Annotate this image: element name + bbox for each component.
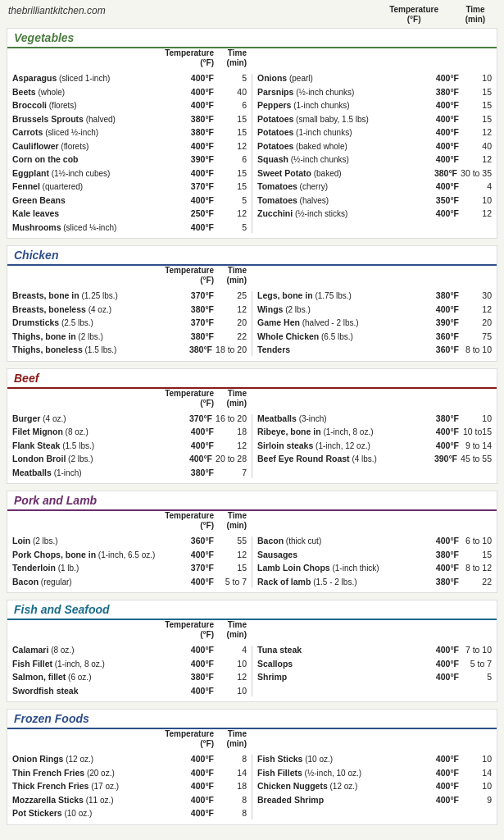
- item-detail: (small baby, 1.5 lbs): [293, 115, 369, 124]
- food-row: Sirloin steaks (1-inch, 12 oz.)400°F9 to…: [257, 440, 492, 453]
- food-name: Tenderloin (1 lb.): [12, 562, 181, 575]
- item-detail: (4 oz.): [40, 414, 66, 423]
- food-row: Brussels Sprouts (halved)380°F15: [12, 113, 247, 126]
- food-name: Peppers (1-inch chunks): [257, 99, 426, 112]
- food-name: Carrots (sliced ½-inch): [12, 126, 181, 139]
- food-name: Fish Sticks (10 oz.): [257, 753, 426, 766]
- food-row: Potatoes (1-inch chunks)400°F12: [257, 126, 492, 139]
- item-name: Mushrooms: [12, 222, 61, 232]
- food-temp: 370°F: [181, 317, 217, 329]
- item-name: Tenderloin: [12, 563, 56, 573]
- food-row: Green Beans400°F5: [12, 194, 247, 208]
- food-temp: 400°F: [426, 72, 462, 84]
- food-time: 12: [217, 304, 247, 316]
- food-name: Potatoes (small baby, 1.5 lbs): [257, 113, 426, 126]
- food-time: 20: [462, 317, 492, 329]
- food-name: Calamari (8 oz.): [12, 644, 181, 657]
- food-row: Fennel (quartered)370°F15: [12, 180, 247, 194]
- item-name: Tuna steak: [257, 645, 302, 655]
- food-temp: 400°F: [181, 753, 217, 765]
- item-detail: (1.5 lbs.): [83, 345, 117, 354]
- food-row: Tenders360°F8 to 10: [257, 344, 492, 357]
- right-col-fish: Tuna steak400°F7 to 10Scallops400°F5 to …: [252, 644, 497, 698]
- food-temp: 400°F: [181, 780, 217, 792]
- item-name: Bacon: [257, 536, 284, 546]
- page: thebrilliantkitchen.com Temperature(°F) …: [0, 0, 504, 840]
- item-detail: (17 oz.): [89, 782, 119, 791]
- food-row: Breaded Shrimp400°F9: [257, 794, 492, 807]
- time-header-left: Time(min): [217, 729, 247, 749]
- food-time: 15: [462, 86, 492, 98]
- food-time: 10: [462, 72, 492, 84]
- food-temp: 250°F: [181, 208, 217, 220]
- item-detail: (1.5 lbs.): [60, 441, 94, 450]
- food-name: Onions (pearl): [257, 72, 426, 85]
- right-col-pork: Bacon (thick cut)400°F6 to 10Sausages380…: [252, 535, 497, 589]
- item-name: Fish Sticks: [257, 754, 302, 764]
- item-name: Drumsticks: [12, 317, 59, 327]
- food-temp: 400°F: [181, 140, 217, 153]
- food-name: London Broil (2 lbs.): [12, 453, 179, 466]
- item-name: Potatoes: [257, 114, 293, 124]
- item-name: Meatballs: [257, 413, 297, 423]
- top-bar: thebrilliantkitchen.com Temperature(°F) …: [7, 5, 497, 25]
- food-temp: 400°F: [426, 180, 462, 193]
- section-header-frozen: Frozen Foods: [7, 710, 497, 729]
- item-detail: (1 lb.): [56, 564, 79, 573]
- food-row: Zucchini (½-inch sticks)400°F12: [257, 208, 492, 221]
- food-temp: 400°F: [426, 671, 462, 683]
- item-detail: (pearl): [287, 74, 313, 83]
- food-name: Legs, bone in (1.75 lbs.): [257, 290, 426, 303]
- item-name: Swordfish steak: [12, 686, 79, 696]
- food-row: Lamb Loin Chops (1-inch thick)400°F8 to …: [257, 562, 492, 575]
- food-temp: 380°F: [426, 576, 462, 588]
- item-name: Sirloin steaks: [257, 441, 313, 450]
- item-name: Fish Fillets: [257, 768, 302, 778]
- food-name: Breasts, boneless (4 oz.): [12, 304, 181, 317]
- food-time: 18: [217, 780, 247, 792]
- item-detail: (10 oz.): [62, 809, 93, 818]
- food-temp: 400°F: [181, 426, 217, 438]
- food-row: Corn on the cob390°F6: [12, 153, 247, 167]
- food-row: Sweet Potato (baked)380°F30 to 35: [257, 167, 492, 180]
- right-col-frozen: Fish Sticks (10 oz.)400°F10Fish Fillets …: [252, 753, 497, 821]
- item-name: Carrots: [12, 127, 43, 137]
- item-name: Game Hen: [257, 317, 300, 327]
- item-detail: (1½-inch cubes): [49, 169, 110, 178]
- food-temp: 400°F: [426, 426, 462, 438]
- food-temp: 350°F: [426, 194, 462, 207]
- food-name: Game Hen (halved - 2 lbs.): [257, 317, 426, 330]
- item-name: Onions: [257, 73, 287, 83]
- item-name: Thighs, boneless: [12, 345, 83, 354]
- food-name: Ribeye, bone in (1-inch, 8 oz.): [257, 426, 426, 439]
- item-name: Parsnips: [257, 87, 293, 97]
- food-temp: 400°F: [426, 99, 462, 112]
- item-detail: (2.5 lbs.): [59, 318, 93, 327]
- food-name: Flank Steak (1.5 lbs.): [12, 440, 181, 453]
- temp-header-left: Temperature(°F): [165, 511, 217, 531]
- food-temp: 400°F: [181, 86, 217, 98]
- col-header-row-fish: Temperature(°F)Time(min): [7, 620, 497, 640]
- item-detail: (1-inch, 12 oz.): [313, 441, 370, 450]
- item-detail: (3-inch): [297, 414, 327, 423]
- food-row: Potatoes (baked whole)400°F40: [257, 140, 492, 153]
- food-row: Onions (pearl)400°F10: [257, 72, 492, 85]
- food-name: Wings (2 lbs.): [257, 304, 426, 317]
- food-temp: 370°F: [181, 290, 217, 302]
- food-temp: 380°F: [181, 304, 217, 316]
- food-name: Fish Fillet (1-inch, 8 oz.): [12, 658, 181, 671]
- food-time: 6: [217, 153, 247, 166]
- food-temp: 370°F: [179, 413, 216, 425]
- item-detail: (4 oz.): [86, 305, 111, 314]
- item-name: Mozzarella Sticks: [12, 795, 84, 805]
- food-row: Bacon (thick cut)400°F6 to 10: [257, 535, 492, 548]
- food-time: 12: [217, 140, 247, 153]
- food-row: Rack of lamb (1.5 - 2 lbs.)380°F22: [257, 576, 492, 589]
- item-name: Fish Fillet: [12, 659, 52, 669]
- food-time: 6: [217, 99, 247, 112]
- food-name: Sirloin steaks (1-inch, 12 oz.): [257, 440, 426, 453]
- food-time: 15: [217, 167, 247, 180]
- item-name: Eggplant: [12, 168, 49, 178]
- item-name: Tomatoes: [257, 195, 297, 205]
- food-time: 5: [217, 221, 247, 234]
